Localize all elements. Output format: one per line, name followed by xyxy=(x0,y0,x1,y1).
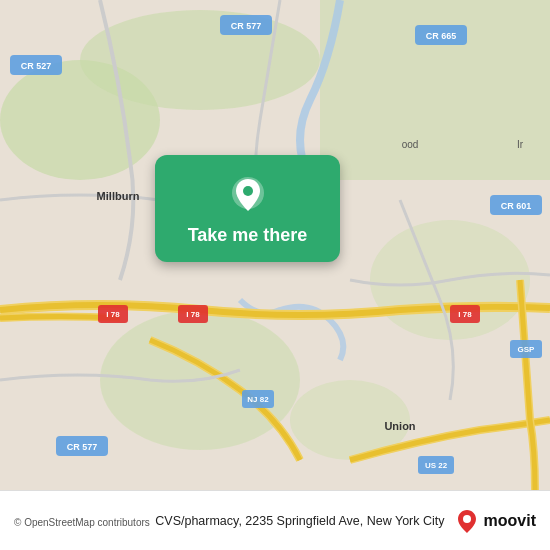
moovit-text: moovit xyxy=(484,512,536,530)
moovit-logo: moovit xyxy=(453,507,536,535)
map-container: CR 527 CR 577 CR 665 CR 601 I 78 I 78 I … xyxy=(0,0,550,490)
bottom-info: CVS/pharmacy, 2235 Springfield Ave, New … xyxy=(155,507,536,535)
svg-text:CR 577: CR 577 xyxy=(231,21,262,31)
svg-text:I 78: I 78 xyxy=(186,310,200,319)
take-me-there-label: Take me there xyxy=(188,225,308,246)
svg-text:CR 577: CR 577 xyxy=(67,442,98,452)
svg-text:Union: Union xyxy=(384,420,415,432)
svg-text:CR 665: CR 665 xyxy=(426,31,457,41)
svg-text:I 78: I 78 xyxy=(458,310,472,319)
svg-text:CR 601: CR 601 xyxy=(501,201,532,211)
location-pin-icon xyxy=(226,173,270,217)
place-info-text: CVS/pharmacy, 2235 Springfield Ave, New … xyxy=(155,514,444,528)
attribution-text: © OpenStreetMap contributors xyxy=(14,517,150,528)
svg-point-2 xyxy=(80,10,320,110)
bottom-bar: © OpenStreetMap contributors CVS/pharmac… xyxy=(0,490,550,550)
svg-text:ood: ood xyxy=(402,139,419,150)
svg-text:I 78: I 78 xyxy=(106,310,120,319)
svg-text:CR 527: CR 527 xyxy=(21,61,52,71)
attribution-container: © OpenStreetMap contributors xyxy=(14,512,150,530)
svg-text:Ir: Ir xyxy=(517,139,524,150)
svg-text:NJ 82: NJ 82 xyxy=(247,395,269,404)
moovit-pin-icon xyxy=(453,507,481,535)
svg-text:Millburn: Millburn xyxy=(97,190,140,202)
svg-text:GSP: GSP xyxy=(518,345,536,354)
take-me-there-button[interactable]: Take me there xyxy=(155,155,340,262)
svg-point-35 xyxy=(463,515,471,523)
svg-text:US 22: US 22 xyxy=(425,461,448,470)
svg-point-34 xyxy=(243,186,253,196)
